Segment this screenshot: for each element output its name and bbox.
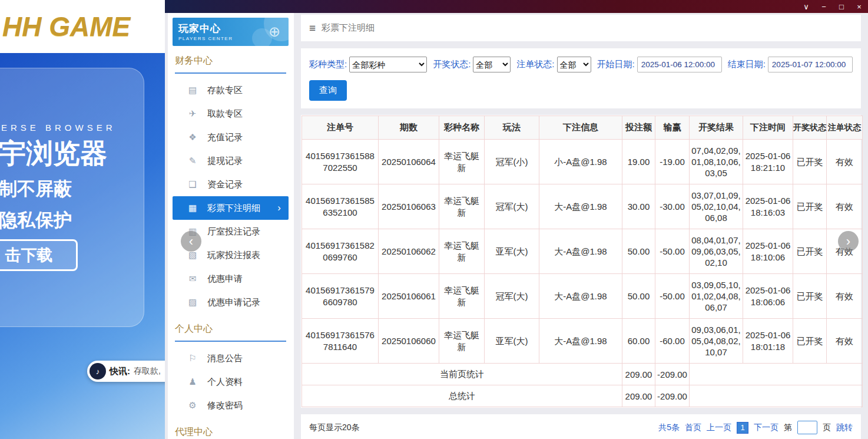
cell-play: 冠军(大): [485, 274, 539, 319]
window-minimize-icon[interactable]: −: [815, 0, 833, 13]
cell-bet-time: 2025-01-06 18:10:06: [743, 229, 793, 274]
sidebar-item-label: 优惠申请记录: [207, 297, 260, 308]
sidebar-item-label: 彩票下注明细: [207, 203, 260, 214]
start-date-input[interactable]: [637, 57, 722, 72]
sidebar-item-promo-apply[interactable]: ✉ 优惠申请: [173, 267, 289, 291]
sidebar-section-finance: 财务中心: [175, 55, 286, 74]
cell-bet-time: 2025-01-06 18:06:06: [743, 274, 793, 319]
promo-record-icon: ▨: [187, 297, 198, 308]
cell-bet-status: 有效: [827, 319, 863, 364]
page-jump-input[interactable]: [797, 421, 817, 434]
carousel-left-arrow[interactable]: ‹: [181, 231, 201, 252]
promo-banner: ERSE BROWSER 宇浏览器 制不屏蔽 隐私保护 击下载 ♪ 快讯: 存取…: [0, 53, 165, 439]
per-page-text: 每页显示20条: [309, 423, 360, 433]
cell-winloss: -60.00: [655, 319, 690, 364]
summary-amount: 209.00: [622, 385, 655, 407]
withdraw-icon: ✈: [187, 108, 198, 119]
sidebar-item-change-password[interactable]: ⚙ 修改密码: [173, 394, 289, 417]
sidebar-item-announcements[interactable]: ⚐ 消息公告: [173, 346, 289, 370]
sidebar-item-fund-records[interactable]: ❑ 资金记录: [173, 173, 289, 196]
cell-result: 09,03,06,01,05,04,08,02,10,07: [690, 319, 743, 364]
cell-bet-info: 大-A盘@1.98: [539, 184, 622, 229]
cell-period: 20250106061: [379, 274, 439, 319]
cell-play: 冠军(大): [485, 184, 539, 229]
cell-amount: 60.00: [622, 319, 655, 364]
globe-icon: ⊕: [269, 24, 280, 40]
sidebar-item-profile[interactable]: ♟ 个人资料: [173, 370, 289, 394]
table-row: 401569173615887022550 20250106064 幸运飞艇新 …: [302, 140, 863, 184]
cell-period: 20250106062: [379, 229, 439, 274]
cell-winloss: -50.00: [655, 274, 690, 319]
prev-page-link[interactable]: 上一页: [707, 423, 731, 433]
col-bet-info: 下注信息: [539, 116, 622, 140]
promo-apply-icon: ✉: [187, 273, 198, 284]
sidebar-item-label: 取款专区: [207, 108, 243, 120]
cell-bet-no: 401569173615820699760: [302, 229, 379, 274]
menu-icon[interactable]: ≡: [309, 22, 316, 35]
withdrawal-record-icon: ✎: [187, 156, 198, 166]
cell-draw-status: 已开奖: [793, 319, 827, 364]
sidebar-item-deposit[interactable]: ▤ 存款专区: [173, 78, 289, 102]
current-page-button[interactable]: 1: [737, 422, 748, 434]
cell-play: 亚军(大): [485, 319, 539, 364]
pagination-controls: 共5条 首页 上一页 1 下一页 第 页 跳转: [658, 421, 853, 434]
sidebar-item-promo-apply-records[interactable]: ▨ 优惠申请记录: [173, 291, 289, 314]
col-winloss: 输赢: [655, 116, 690, 140]
cell-bet-status: 有效: [827, 184, 863, 229]
summary-label: 当前页统计: [302, 364, 622, 385]
cell-draw-status: 已开奖: [793, 140, 827, 184]
window-close-icon[interactable]: ×: [850, 0, 868, 13]
col-lottery: 彩种名称: [439, 116, 485, 140]
table-row: 401569173615767811640 20250106060 幸运飞艇新 …: [302, 319, 863, 364]
cell-period: 20250106064: [379, 140, 439, 184]
bet-status-label: 注单状态:: [516, 59, 554, 70]
cell-bet-info: 大-A盘@1.98: [539, 274, 622, 319]
jump-prefix: 第: [784, 423, 792, 433]
funds-record-icon: ❑: [187, 179, 198, 190]
sidebar-item-withdrawal-records[interactable]: ✎ 提现记录: [173, 149, 289, 173]
sidebar-item-withdraw[interactable]: ✈ 取款专区: [173, 102, 289, 126]
app-shell: 玩家中心 PLAYERS CENTER ⊕ 财务中心 ▤ 存款专区 ✈ 取款专区…: [165, 13, 868, 439]
cell-bet-status: 有效: [827, 274, 863, 319]
cell-bet-time: 2025-01-06 18:16:03: [743, 184, 793, 229]
cell-lottery: 幸运飞艇新: [439, 140, 485, 184]
query-button[interactable]: 查询: [309, 80, 347, 101]
sidebar-item-lottery-bet-details[interactable]: ▦ 彩票下注明细 ›: [173, 196, 289, 220]
bell-icon: ⚐: [187, 353, 198, 364]
next-page-link[interactable]: 下一页: [754, 423, 778, 433]
summary-row-total: 总统计 209.00 -209.00: [302, 385, 863, 407]
cell-period: 20250106060: [379, 319, 439, 364]
summary-label: 总统计: [302, 385, 622, 407]
window-chevron-icon[interactable]: ∨: [797, 0, 815, 13]
summary-empty: [690, 385, 863, 407]
cell-draw-status: 已开奖: [793, 229, 827, 274]
sidebar-item-label: 消息公告: [207, 353, 243, 364]
lottery-type-select[interactable]: 全部彩种: [349, 57, 427, 72]
download-button[interactable]: 击下载: [0, 239, 78, 271]
sidebar: 玩家中心 PLAYERS CENTER ⊕ 财务中心 ▤ 存款专区 ✈ 取款专区…: [168, 13, 294, 439]
sidebar-item-label: 提现记录: [207, 156, 243, 167]
draw-status-select[interactable]: 全部: [473, 57, 511, 72]
carousel-right-arrow[interactable]: ›: [838, 231, 859, 252]
promo-line2: 隐私保护: [0, 208, 72, 233]
table-row: 401569173615856352100 20250106063 幸运飞艇新 …: [302, 184, 863, 229]
breadcrumb-bar: ≡ 彩票下注明细: [301, 15, 861, 41]
summary-winloss: -209.00: [655, 364, 690, 385]
sidebar-section-personal: 个人中心: [175, 323, 286, 342]
window-maximize-icon[interactable]: □: [833, 0, 850, 13]
table-row: 401569173615796609780 20250106061 幸运飞艇新 …: [302, 274, 863, 319]
bet-status-select[interactable]: 全部: [557, 57, 591, 72]
col-amount: 投注额: [622, 116, 655, 140]
cell-bet-info: 大-A盘@1.98: [539, 319, 622, 364]
first-page-link[interactable]: 首页: [685, 423, 701, 433]
end-date-label: 结束日期:: [728, 59, 766, 70]
end-date-input[interactable]: [768, 57, 853, 72]
jump-button[interactable]: 跳转: [836, 423, 853, 433]
summary-amount: 209.00: [622, 364, 655, 385]
summary-empty: [690, 364, 863, 385]
col-bet-status: 注单状态: [827, 116, 863, 140]
col-draw-status: 开奖状态: [793, 116, 827, 140]
bets-table-card: 注单号 期数 彩种名称 玩法 下注信息 投注额 输赢 开奖结果 下注时间 开奖状…: [301, 115, 861, 408]
sidebar-item-recharge-records[interactable]: ❖ 充值记录: [173, 126, 289, 149]
cell-winloss: -19.00: [655, 140, 690, 184]
